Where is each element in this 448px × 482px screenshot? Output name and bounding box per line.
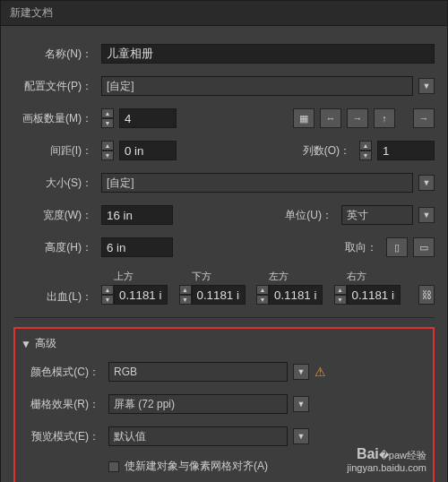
preview-label: 预览模式(E)： (21, 429, 103, 444)
bleed-top-spinner[interactable]: ▲▼ (101, 285, 114, 305)
arrow-alt-icon[interactable]: ↑ (374, 108, 395, 128)
height-input[interactable] (101, 237, 173, 257)
color-mode-value: RGB (114, 366, 137, 378)
dropdown-arrow-icon[interactable]: ▼ (293, 428, 309, 444)
color-mode-label: 颜色模式(C)： (21, 365, 103, 380)
bleed-right-spinner[interactable]: ▲▼ (334, 285, 347, 305)
profile-label: 配置文件(P)： (13, 79, 96, 94)
raster-label: 栅格效果(R)： (21, 397, 103, 412)
collapse-icon[interactable]: ▼ (21, 338, 31, 350)
spacing-input[interactable] (119, 141, 177, 160)
spinner-down-icon[interactable]: ▼ (101, 118, 114, 128)
bleed-left-input[interactable] (269, 285, 323, 305)
spinner-up-icon[interactable]: ▲ (359, 141, 372, 151)
columns-label: 列数(O)： (300, 143, 354, 159)
link-bleed-icon[interactable]: ⛓ (418, 285, 435, 305)
raster-value: 屏幕 (72 ppi) (114, 397, 175, 412)
spinner-up-icon[interactable]: ▲ (101, 108, 114, 118)
dropdown-arrow-icon[interactable]: ▼ (293, 396, 309, 412)
size-label: 大小(S)： (13, 176, 96, 191)
width-input[interactable] (101, 205, 173, 225)
more-arrow-icon[interactable]: → (413, 108, 435, 128)
artboards-label: 画板数量(M)： (13, 111, 96, 126)
artboards-input[interactable] (119, 108, 177, 128)
preview-value: 默认值 (114, 429, 146, 444)
bleed-right-label: 右方 (334, 270, 410, 283)
advanced-header: 高级 (35, 336, 56, 351)
orientation-label: 取向： (338, 240, 381, 255)
window-title: 新建文档 (1, 1, 447, 26)
name-input[interactable] (101, 44, 435, 64)
size-dropdown[interactable]: [自定] (101, 173, 413, 193)
spacing-label: 间距(I)： (13, 143, 96, 159)
profile-value: [自定] (107, 79, 134, 94)
height-label: 高度(H)： (13, 240, 96, 255)
portrait-icon[interactable]: ▯ (386, 237, 408, 257)
align-pixel-checkbox[interactable] (108, 461, 119, 472)
dropdown-arrow-icon[interactable]: ▼ (418, 175, 435, 191)
bleed-left-spinner[interactable]: ▲▼ (256, 285, 269, 305)
spinner-down-icon[interactable]: ▼ (101, 151, 114, 160)
bleed-bottom-spinner[interactable]: ▲▼ (179, 285, 192, 305)
preview-dropdown[interactable]: 默认值 (108, 426, 288, 446)
align-pixel-label: 使新建对象与像素网格对齐(A) (125, 459, 268, 474)
units-dropdown[interactable]: 英寸 (341, 205, 413, 225)
units-value: 英寸 (347, 208, 368, 223)
artboards-spinner[interactable]: ▲ ▼ (101, 108, 114, 128)
dropdown-arrow-icon[interactable]: ▼ (418, 207, 435, 223)
spacing-spinner[interactable]: ▲ ▼ (101, 141, 114, 160)
grid-layout-icon[interactable]: ▦ (293, 108, 314, 128)
dropdown-arrow-icon[interactable]: ▼ (293, 364, 309, 380)
size-value: [自定] (107, 176, 134, 191)
bleed-left-label: 左方 (256, 270, 332, 283)
bleed-right-input[interactable] (347, 285, 401, 305)
dropdown-arrow-icon[interactable]: ▼ (418, 78, 435, 94)
spinner-down-icon[interactable]: ▼ (359, 151, 372, 160)
units-label: 单位(U)： (282, 208, 336, 223)
color-mode-dropdown[interactable]: RGB (108, 362, 288, 382)
bleed-top-label: 上方 (101, 270, 177, 283)
columns-input[interactable] (377, 141, 435, 160)
advanced-section-highlight: ▼ 高级 颜色模式(C)： RGB ▼ ⚠ 栅格效果(R)： 屏幕 (72 pp… (13, 327, 435, 482)
bleed-bottom-input[interactable] (192, 285, 246, 305)
width-label: 宽度(W)： (13, 208, 96, 223)
profile-dropdown[interactable]: [自定] (101, 76, 413, 96)
bleed-label: 出血(L)： (13, 289, 96, 305)
bleed-top-input[interactable] (114, 285, 168, 305)
raster-dropdown[interactable]: 屏幕 (72 ppi) (108, 394, 288, 414)
name-label: 名称(N)： (13, 47, 96, 62)
arrow-right-icon[interactable]: → (347, 108, 368, 128)
spinner-up-icon[interactable]: ▲ (101, 141, 114, 151)
columns-spinner[interactable]: ▲ ▼ (359, 141, 372, 160)
bleed-bottom-label: 下方 (179, 270, 255, 283)
row-layout-icon[interactable]: ↔ (320, 108, 341, 128)
warning-icon: ⚠ (314, 365, 326, 379)
landscape-icon[interactable]: ▭ (413, 237, 435, 257)
